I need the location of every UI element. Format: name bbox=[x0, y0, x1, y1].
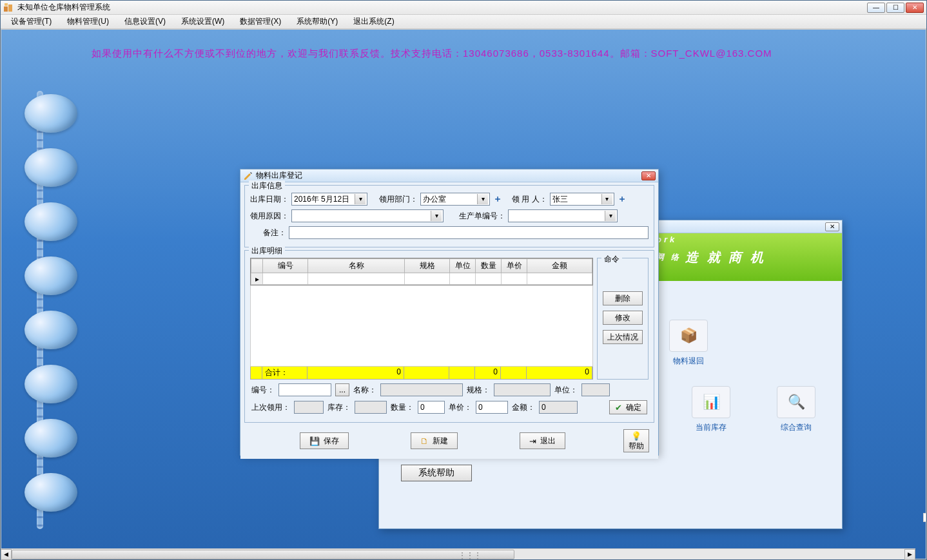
legend-detail: 出库明细 bbox=[249, 246, 285, 256]
last-take-input bbox=[294, 401, 324, 414]
code-lookup-button[interactable]: ... bbox=[335, 383, 349, 396]
outbound-form-window: 物料出库登记 ✕ 出库信息 出库日期： 2016年 5月12日 领用部门： 办公… bbox=[240, 169, 659, 456]
dash-composite-query-label: 综合查询 bbox=[781, 422, 812, 433]
amount-input bbox=[539, 401, 578, 414]
col-qty[interactable]: 数量 bbox=[476, 259, 502, 273]
dashboard-close-button[interactable]: ✕ bbox=[825, 222, 839, 231]
dash-material-return-label: 物料退回 bbox=[673, 356, 704, 367]
form-close-button[interactable]: ✕ bbox=[641, 171, 656, 180]
decor-bubble bbox=[24, 311, 77, 349]
system-help-button[interactable]: 系统帮助 bbox=[401, 465, 472, 481]
exit-button[interactable]: ⇥退出 bbox=[520, 432, 565, 449]
pencil-icon bbox=[243, 171, 253, 181]
dash-material-return[interactable]: 📦 物料退回 bbox=[656, 320, 721, 367]
col-name[interactable]: 名称 bbox=[308, 259, 405, 273]
dash-current-stock[interactable]: 📊 当前库存 bbox=[685, 386, 737, 433]
col-code[interactable]: 编号 bbox=[263, 259, 308, 273]
unit-input bbox=[581, 383, 610, 396]
remark-input[interactable] bbox=[289, 226, 649, 239]
decor-bubble bbox=[24, 202, 77, 241]
minimize-button[interactable]: — bbox=[867, 3, 885, 13]
maximize-button[interactable]: ☐ bbox=[886, 3, 904, 13]
row-marker: ▸ bbox=[251, 273, 263, 285]
grid-blank-area[interactable] bbox=[250, 285, 593, 367]
label-person: 领 用 人： bbox=[512, 194, 547, 205]
table-row[interactable]: ▸ bbox=[251, 273, 592, 285]
reason-select[interactable] bbox=[291, 209, 444, 222]
sum-label: 合计： bbox=[262, 367, 307, 379]
banner-small-1: ork bbox=[656, 235, 677, 244]
dept-select[interactable]: 办公室 bbox=[420, 193, 490, 206]
form-body: 出库信息 出库日期： 2016年 5月12日 领用部门： 办公室 ＋ 领 用 人… bbox=[240, 182, 658, 459]
svg-rect-0 bbox=[4, 6, 8, 12]
decor-bubble bbox=[24, 365, 77, 403]
menu-bar: 设备管理(T) 物料管理(U) 信息设置(V) 系统设置(W) 数据管理(X) … bbox=[1, 15, 926, 29]
menu-system[interactable]: 系统设置(W) bbox=[175, 15, 231, 28]
bulb-icon: 💡 bbox=[631, 431, 641, 441]
horizontal-scrollbar[interactable]: ◀ ⋮⋮⋮ ▶ bbox=[1, 548, 915, 559]
stock-input bbox=[355, 401, 387, 414]
col-unit[interactable]: 单位 bbox=[450, 259, 476, 273]
label-reason: 领用原因： bbox=[250, 211, 289, 222]
code-input[interactable] bbox=[278, 383, 331, 396]
save-button[interactable]: 💾保存 bbox=[300, 432, 349, 449]
menu-data[interactable]: 数据管理(X) bbox=[233, 15, 288, 28]
scroll-left-arrow[interactable]: ◀ bbox=[1, 549, 12, 560]
label-unit: 单位： bbox=[554, 385, 578, 396]
price-input[interactable] bbox=[476, 401, 508, 414]
scroll-right-arrow[interactable]: ▶ bbox=[904, 549, 915, 560]
sum-name: 0 bbox=[307, 367, 404, 379]
label-code: 编号： bbox=[251, 385, 275, 396]
name-input bbox=[380, 383, 463, 396]
label-order-no: 生产单编号： bbox=[459, 211, 505, 222]
last-status-button[interactable]: 上次情况 bbox=[603, 330, 643, 344]
app-icon bbox=[3, 3, 14, 13]
order-no-select[interactable] bbox=[508, 209, 618, 222]
corner-tag: ture bbox=[923, 513, 926, 522]
delete-button[interactable]: 删除 bbox=[603, 291, 643, 305]
label-qty: 数量： bbox=[391, 402, 414, 413]
composite-query-icon: 🔍 bbox=[777, 386, 815, 418]
fieldset-cmd: 命令 删除 修改 上次情况 bbox=[597, 258, 649, 380]
col-price[interactable]: 单价 bbox=[502, 259, 527, 273]
confirm-button[interactable]: ✔确定 bbox=[609, 400, 647, 414]
close-button[interactable]: ✕ bbox=[906, 3, 924, 13]
legend-info: 出库信息 bbox=[249, 180, 285, 191]
label-out-date: 出库日期： bbox=[250, 194, 289, 205]
menu-material[interactable]: 物料管理(U) bbox=[61, 15, 115, 28]
decor-bubble bbox=[24, 473, 77, 512]
banner-sub: 造 就 商 机 bbox=[685, 249, 766, 266]
scroll-thumb[interactable] bbox=[12, 550, 514, 559]
menu-device[interactable]: 设备管理(T) bbox=[5, 15, 58, 28]
person-select[interactable]: 张三 bbox=[550, 193, 614, 206]
dash-composite-query[interactable]: 🔍 综合查询 bbox=[770, 386, 823, 433]
content-area[interactable]: 如果使用中有什么不方便或不到位的地方，欢迎与我们联系反馈。技术支持电话：1304… bbox=[1, 29, 926, 559]
label-last-take: 上次领用： bbox=[251, 402, 290, 413]
out-date-select[interactable]: 2016年 5月12日 bbox=[291, 193, 367, 206]
sum-amount: 0 bbox=[527, 367, 592, 379]
menu-exit[interactable]: 退出系统(Z) bbox=[347, 15, 400, 28]
dept-add-button[interactable]: ＋ bbox=[493, 193, 503, 205]
menu-info[interactable]: 信息设置(V) bbox=[118, 15, 172, 28]
svg-rect-1 bbox=[8, 5, 12, 12]
help-button[interactable]: 💡帮助 bbox=[623, 429, 649, 452]
col-spec[interactable]: 规格 bbox=[405, 259, 450, 273]
new-file-icon: 🗋 bbox=[420, 436, 429, 446]
col-amount[interactable]: 金额 bbox=[527, 259, 592, 273]
modify-button[interactable]: 修改 bbox=[603, 311, 643, 325]
menu-help[interactable]: 系统帮助(Y) bbox=[290, 15, 344, 28]
fieldset-info: 出库信息 出库日期： 2016年 5月12日 领用部门： 办公室 ＋ 领 用 人… bbox=[244, 185, 654, 247]
window-buttons: — ☐ ✕ bbox=[867, 3, 924, 13]
app-title: 未知单位仓库物料管理系统 bbox=[17, 2, 867, 13]
label-spec: 规格： bbox=[467, 385, 490, 396]
main-title-bar: 未知单位仓库物料管理系统 — ☐ ✕ bbox=[1, 1, 926, 15]
label-amount: 金额： bbox=[512, 402, 535, 413]
qty-input[interactable] bbox=[418, 401, 445, 414]
form-titlebar[interactable]: 物料出库登记 ✕ bbox=[240, 169, 658, 182]
new-button[interactable]: 🗋新建 bbox=[411, 432, 458, 449]
action-bar: 💾保存 🗋新建 ⇥退出 💡帮助 bbox=[244, 425, 654, 456]
detail-grid[interactable]: 编号 名称 规格 单位 数量 单价 金额 bbox=[250, 258, 593, 285]
sum-qty: 0 bbox=[475, 367, 501, 379]
decor-bubble bbox=[24, 419, 77, 458]
person-add-button[interactable]: ＋ bbox=[617, 193, 627, 205]
